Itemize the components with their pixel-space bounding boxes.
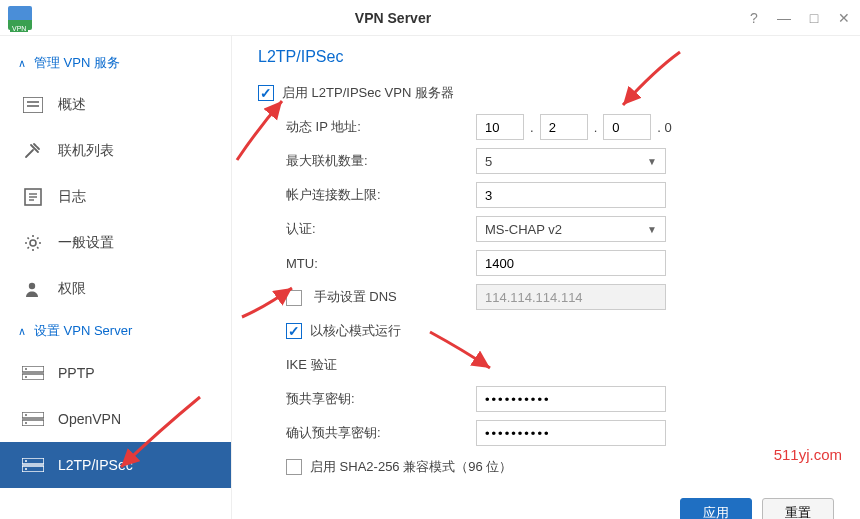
svg-point-20: [25, 468, 27, 470]
kernel-mode-label: 以核心模式运行: [310, 322, 401, 340]
acct-limit-label: 帐户连接数上限:: [286, 186, 476, 204]
sidebar-item-l2tp[interactable]: L2TP/IPSec: [0, 442, 231, 488]
sidebar-item-log[interactable]: 日志: [0, 174, 231, 220]
sha2-row: 启用 SHA2-256 兼容模式（96 位）: [258, 450, 834, 484]
mtu-input[interactable]: [476, 250, 666, 276]
acct-limit-row: 帐户连接数上限:: [258, 178, 834, 212]
svg-point-19: [25, 460, 27, 462]
sidebar-item-label: 一般设置: [58, 234, 114, 252]
select-value: 5: [485, 154, 492, 169]
caret-down-icon: ▼: [647, 156, 657, 167]
manual-dns-row: 手动设置 DNS: [258, 280, 834, 314]
overview-icon: [22, 96, 44, 114]
svg-rect-0: [23, 97, 43, 113]
svg-point-15: [25, 414, 27, 416]
watermark: 511yj.com: [774, 446, 842, 463]
chevron-up-icon: ∧: [18, 57, 26, 70]
sidebar-section-label: 设置 VPN Server: [34, 322, 132, 340]
acct-limit-input[interactable]: [476, 182, 666, 208]
psk-confirm-row: 确认预共享密钥:: [258, 416, 834, 450]
ip-octet-3[interactable]: [603, 114, 651, 140]
kernel-mode-row: 以核心模式运行: [258, 314, 834, 348]
titlebar: VPN Server ? — □ ✕: [0, 0, 860, 36]
sidebar-item-privilege[interactable]: 权限: [0, 266, 231, 312]
sidebar-section-manage[interactable]: ∧ 管理 VPN 服务: [0, 44, 231, 82]
footer: 应用 重置: [258, 484, 834, 519]
user-icon: [22, 280, 44, 298]
psk-confirm-input[interactable]: [476, 420, 666, 446]
dot: .: [594, 120, 598, 135]
sidebar-item-label: 日志: [58, 188, 86, 206]
dot: .: [530, 120, 534, 135]
psk-confirm-label: 确认预共享密钥:: [286, 424, 476, 442]
ike-section: IKE 验证: [258, 348, 834, 382]
ip-octet-1[interactable]: [476, 114, 524, 140]
app-icon: [8, 6, 32, 30]
svg-point-7: [30, 240, 36, 246]
close-icon[interactable]: ✕: [836, 10, 852, 26]
manual-dns-group: 手动设置 DNS: [286, 288, 476, 306]
maximize-icon[interactable]: □: [806, 10, 822, 26]
server-icon: [22, 456, 44, 474]
content-pane: L2TP/IPSec 启用 L2TP/IPSec VPN 服务器 动态 IP 地…: [232, 36, 860, 519]
sidebar: ∧ 管理 VPN 服务 概述 联机列表 日志 一般设置 权限 ∧ 设置 VPN …: [0, 36, 232, 519]
sidebar-item-label: 联机列表: [58, 142, 114, 160]
enable-checkbox[interactable]: [258, 85, 274, 101]
caret-down-icon: ▼: [647, 224, 657, 235]
reset-button[interactable]: 重置: [762, 498, 834, 519]
dynamic-ip-row: 动态 IP 地址: . . . 0: [258, 110, 834, 144]
auth-label: 认证:: [286, 220, 476, 238]
mtu-row: MTU:: [258, 246, 834, 280]
apply-button[interactable]: 应用: [680, 498, 752, 519]
manual-dns-label: 手动设置 DNS: [314, 289, 397, 304]
psk-row: 预共享密钥:: [258, 382, 834, 416]
sidebar-section-label: 管理 VPN 服务: [34, 54, 120, 72]
sidebar-item-label: L2TP/IPSec: [58, 457, 133, 473]
sidebar-item-label: PPTP: [58, 365, 95, 381]
ip-suffix: . 0: [657, 120, 671, 135]
auth-row: 认证: MS-CHAP v2 ▼: [258, 212, 834, 246]
dynamic-ip-label: 动态 IP 地址:: [286, 118, 476, 136]
sha2-label: 启用 SHA2-256 兼容模式（96 位）: [310, 458, 512, 476]
minimize-icon[interactable]: —: [776, 10, 792, 26]
gear-icon: [22, 234, 44, 252]
sidebar-item-overview[interactable]: 概述: [0, 82, 231, 128]
manual-dns-checkbox[interactable]: [286, 290, 302, 306]
mtu-label: MTU:: [286, 256, 476, 271]
sidebar-item-label: 权限: [58, 280, 86, 298]
help-icon[interactable]: ?: [746, 10, 762, 26]
auth-select[interactable]: MS-CHAP v2 ▼: [476, 216, 666, 242]
svg-point-12: [25, 376, 27, 378]
enable-row: 启用 L2TP/IPSec VPN 服务器: [258, 76, 834, 110]
chevron-up-icon: ∧: [18, 325, 26, 338]
svg-point-8: [29, 283, 35, 289]
max-conn-label: 最大联机数量:: [286, 152, 476, 170]
plug-icon: [22, 142, 44, 160]
sidebar-item-openvpn[interactable]: OpenVPN: [0, 396, 231, 442]
window-title: VPN Server: [40, 10, 746, 26]
server-icon: [22, 364, 44, 382]
ike-label: IKE 验证: [286, 356, 337, 374]
sidebar-item-connections[interactable]: 联机列表: [0, 128, 231, 174]
page-title: L2TP/IPSec: [258, 48, 834, 66]
ip-octet-2[interactable]: [540, 114, 588, 140]
sha2-checkbox[interactable]: [286, 459, 302, 475]
enable-label: 启用 L2TP/IPSec VPN 服务器: [282, 84, 454, 102]
select-value: MS-CHAP v2: [485, 222, 562, 237]
svg-point-16: [25, 422, 27, 424]
sidebar-item-pptp[interactable]: PPTP: [0, 350, 231, 396]
sidebar-item-label: 概述: [58, 96, 86, 114]
sidebar-item-general[interactable]: 一般设置: [0, 220, 231, 266]
sidebar-item-label: OpenVPN: [58, 411, 121, 427]
kernel-mode-checkbox[interactable]: [286, 323, 302, 339]
server-icon: [22, 410, 44, 428]
psk-label: 预共享密钥:: [286, 390, 476, 408]
log-icon: [22, 188, 44, 206]
svg-point-11: [25, 368, 27, 370]
psk-input[interactable]: [476, 386, 666, 412]
max-conn-row: 最大联机数量: 5 ▼: [258, 144, 834, 178]
max-conn-select[interactable]: 5 ▼: [476, 148, 666, 174]
dns-input: [476, 284, 666, 310]
sidebar-section-setup[interactable]: ∧ 设置 VPN Server: [0, 312, 231, 350]
ip-group: . . . 0: [476, 114, 672, 140]
